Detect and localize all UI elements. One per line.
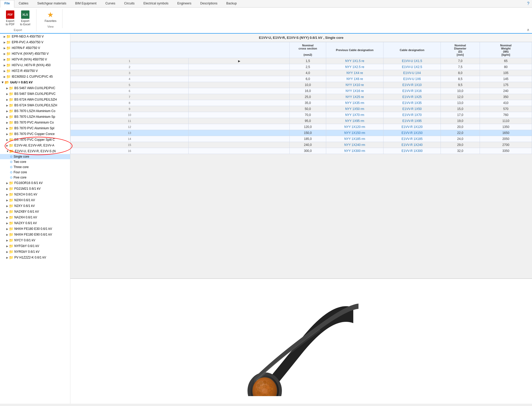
sidebar-item-h07z-r[interactable]: ▶ 📁 H07Z-R 450/750 V — [0, 68, 70, 74]
arrow-icon[interactable]: ▶ — [6, 187, 8, 190]
sidebar-item-bs7870-pvc-cu-conc[interactable]: ▶ 📁 BS 7870 PVC Copper Conce — [0, 131, 70, 137]
arrow-icon[interactable]: ▶ — [6, 138, 8, 141]
sidebar-item-nyfgby[interactable]: ▶ 📁 NYFGbY 0.6/1 kV — [0, 243, 70, 249]
sidebar-item-n2xy[interactable]: ▶ 📁 N2XY 0.6/1 kV — [0, 203, 70, 209]
arrow-icon[interactable]: ▶ — [6, 133, 8, 136]
tab-engineers[interactable]: Engineers — [173, 0, 196, 7]
favorites-button[interactable]: ★ Favorites — [43, 9, 58, 24]
sidebar-item-na2xh[interactable]: ▶ 📁 NA2XH 0.6/1 kV — [0, 214, 70, 220]
sidebar-item-bs7870-lszh-al-sp[interactable]: ▶ 📁 BS 7870 LSZH Aluminium Sp — [0, 114, 70, 120]
sidebar-item-bs5467-swa[interactable]: ▶ 📁 BS 5467 SWA CU/XLPE/PVC — [0, 91, 70, 97]
tab-electrical-symbols[interactable]: Electrical symbols — [139, 0, 173, 7]
sidebar-item-uo-u-group[interactable]: ▼ 📂 Uo/U = 0.6/1 kV — [0, 79, 70, 85]
table-row[interactable]: 11 95,0 NYY 1X95 rm E1VV-R 1X95 19,0 111… — [71, 118, 532, 124]
table-row[interactable]: 14 185,0 NYY 1X185 rm E1VV-R 1X185 24,0 … — [71, 136, 532, 142]
sidebar-item-n2xh[interactable]: ▶ 📁 N2XH 0.6/1 kV — [0, 197, 70, 203]
arrow-icon[interactable]: ▶ — [6, 182, 8, 184]
sidebar-item-nyrgby[interactable]: ▶ 📁 NYRGbY 0.6/1 kV — [0, 249, 70, 255]
arrow-icon[interactable]: ▶ — [6, 227, 8, 230]
tab-backup[interactable]: Backup — [222, 0, 241, 7]
arrow-icon[interactable]: ▶ — [4, 47, 6, 50]
table-row[interactable]: 8 35,0 NYY 1X35 rm E1VV-R 1X35 13,0 410 — [71, 100, 532, 106]
export-pdf-button[interactable]: PDF Exportto PDF — [4, 9, 17, 27]
arrow-icon[interactable]: ▶ — [4, 35, 6, 38]
sidebar-item-bs5467-awa[interactable]: ▶ 📁 BS 5467 AWA CU/XLPE/PVC — [0, 85, 70, 91]
arrow-icon[interactable]: ▶ — [4, 64, 6, 67]
table-row[interactable]: 6 16,0 NYY 1X16 re E1VV-R 1X16 10,0 240 — [71, 88, 532, 94]
tab-curves[interactable]: Curves — [101, 0, 120, 7]
arrow-icon[interactable]: ▶ — [6, 250, 8, 253]
arrow-icon[interactable]: ▶ — [4, 52, 6, 55]
sidebar-item-n2xch[interactable]: ▶ 📁 N2XCH 0.6/1 kV — [0, 192, 70, 197]
sidebar-item-epr-neo[interactable]: ▶ 📁 EPR-NEO A 450/750 V — [0, 34, 70, 39]
tab-circuits[interactable]: Circuits — [120, 0, 139, 7]
table-row[interactable]: 5 10,0 NYY 1X10 re E1VV-R 1X10 9,5 175 — [71, 82, 532, 88]
table-row[interactable]: 9 50,0 NYY 1X50 rm E1VV-R 1X50 15,0 570 — [71, 106, 532, 112]
sidebar-item-na2xy[interactable]: ▶ 📁 NA2XY 0.6/1 kV — [0, 220, 70, 226]
ribbon-collapse-button[interactable]: ∧ — [527, 28, 529, 32]
tab-file[interactable]: File — [0, 0, 14, 8]
table-row[interactable]: 2 2,5 NYY 1X2.5 re E1VV-U 1X2.5 7,5 80 — [71, 64, 532, 70]
table-row[interactable]: 4 6,0 NYY 1X6 re E1VV-U 1X6 8,5 145 — [71, 76, 532, 82]
sidebar-item-bs6724-awa[interactable]: ▶ 📁 BS 6724 AWA CU/XLPE/LSZH — [0, 97, 70, 102]
sidebar-item-epr-pvc[interactable]: ▶ 📁 EPR-PVC A 450/750 V — [0, 39, 70, 45]
table-row[interactable]: 15 240,0 NYY 1X240 rm E1VV-R 1X240 29,0 … — [71, 142, 532, 148]
sidebar-item-five-core[interactable]: ⊙ Five core — [0, 175, 70, 180]
sidebar-item-bs6724-swa[interactable]: ▶ 📁 BS 6724 SWA CU/XLPE/LSZH — [0, 102, 70, 108]
arrow-icon[interactable]: ▶ — [6, 245, 8, 248]
sidebar-item-h07v-r[interactable]: ▶ 📁 H07V-R (NYA) 450/750 V — [0, 57, 70, 62]
arrow-icon[interactable]: ▼ — [1, 81, 4, 84]
sidebar-item-e1vv-all[interactable]: ▶ 📁 E1VV-All, E1VV-AR, E1VV-A — [0, 143, 70, 148]
arrow-icon[interactable]: ▶ — [4, 70, 6, 72]
arrow-icon[interactable]: ▶ — [6, 239, 8, 242]
sidebar-item-e1vv-main[interactable]: ▼ 📂 E1VV-U, E1VV-R, E1VV-S (N — [0, 148, 70, 154]
table-row[interactable]: 16 300,0 NYY 1X300 rm E1VV-R 1X300 32,0 … — [71, 148, 532, 154]
arrow-icon[interactable]: ▶ — [4, 75, 6, 78]
help-button[interactable]: ? — [524, 0, 532, 7]
sidebar-item-single-core[interactable]: ⊙ Single core — [0, 154, 70, 159]
arrow-icon[interactable]: ▶ — [6, 199, 8, 202]
sidebar-item-bs7870-lszh-al-co[interactable]: ▶ 📁 BS 7870 LSZH Aluminium Co — [0, 108, 70, 114]
sidebar-item-three-core[interactable]: ⊙ Three core — [0, 164, 70, 170]
arrow-icon[interactable]: ▶ — [6, 193, 8, 196]
table-row[interactable]: 3 4,0 NYY 1X4 re E1VV-U 1X4 8,0 105 — [71, 70, 532, 76]
arrow-icon[interactable]: ▶ — [6, 222, 8, 225]
sidebar-item-bs7870-pvc-al-spl[interactable]: ▶ 📁 BS 7870 PVC Aluminium Spl — [0, 125, 70, 131]
tab-descriptions[interactable]: Descriptions — [196, 0, 222, 7]
sidebar-item-h07v-k[interactable]: ▶ 📁 H07V-K (NYAF) 450/750 V — [0, 51, 70, 57]
sidebar-item-h07rn-f[interactable]: ▶ 📁 H07RN-F 450/750 V — [0, 45, 70, 51]
export-excel-button[interactable]: XLS Exportto Excel — [18, 9, 32, 27]
tab-bim[interactable]: BIM Equipment — [71, 0, 101, 7]
sidebar-item-na2xby[interactable]: ▶ 📁 NA2XBY 0.6/1 kV — [0, 209, 70, 214]
arrow-icon[interactable]: ▶ — [4, 58, 6, 61]
table-row[interactable]: 10 70,0 NYY 1X70 rm E1VV-R 1X70 17,0 760 — [71, 112, 532, 118]
arrow-icon[interactable]: ▶ — [6, 104, 8, 107]
sidebar-item-nhxh-e30[interactable]: ▶ 📁 NHXH FE180 E30 0.6/1 kV — [0, 226, 70, 232]
sidebar-item-nycy[interactable]: ▶ 📁 NYCY 0.6/1 kV — [0, 237, 70, 243]
arrow-icon[interactable]: ▼ — [6, 150, 9, 153]
arrow-icon[interactable]: ▶ — [6, 110, 8, 113]
sidebar-item-nhxh-e90[interactable]: ▶ 📁 NHXH FE180 E90 0.6/1 kV — [0, 232, 70, 237]
arrow-icon[interactable]: ▶ — [6, 256, 8, 259]
arrow-icon[interactable]: ▶ — [6, 233, 8, 236]
arrow-icon[interactable]: ▶ — [6, 144, 8, 147]
arrow-icon[interactable]: ▶ — [6, 93, 8, 95]
arrow-icon[interactable]: ▶ — [6, 115, 8, 118]
arrow-icon[interactable]: ▶ — [6, 98, 8, 101]
arrow-icon[interactable]: ▶ — [6, 205, 8, 207]
sidebar-item-two-core[interactable]: ⊙ Two core — [0, 159, 70, 164]
sidebar-item-four-core[interactable]: ⊙ Four core — [0, 170, 70, 175]
arrow-icon[interactable]: ▶ — [6, 121, 8, 124]
arrow-icon[interactable]: ▶ — [4, 41, 6, 44]
table-row[interactable]: 12 120,0 NYY 1X120 rm E1VV-R 1X120 20,0 … — [71, 124, 532, 130]
arrow-icon[interactable]: ▶ — [6, 210, 8, 213]
sidebar-item-pv-h1z2z2-k[interactable]: ▶ 📁 PV H1Z2Z2-K 0.6/1 kV — [0, 255, 70, 260]
table-row[interactable]: 1 ▶ 1,5 NYY 1X1.5 re E1VV-U 1X1.5 7,0 65 — [71, 58, 532, 64]
sidebar-item-bs7870-pvc-cu-split[interactable]: ▶ 📁 BS 7870 PVC Copper Split C — [0, 137, 70, 143]
table-row[interactable]: 13 150,0 NYY 1X150 rm E1VV-R 1X150 22,0 … — [71, 130, 532, 136]
sidebar-item-fg16or16[interactable]: ▶ 📁 FG16OR16 0.6/1 kV — [0, 180, 70, 186]
sidebar-item-h07vu[interactable]: ▶ 📁 H07V-U, H07V-R (NYA) 450 — [0, 62, 70, 68]
sidebar-item-bs7870-pvc-al-co[interactable]: ▶ 📁 BS 7870 PVC Aluminium Co — [0, 120, 70, 125]
arrow-icon[interactable]: ▶ — [6, 216, 8, 219]
tab-cables[interactable]: Cables — [14, 0, 33, 7]
